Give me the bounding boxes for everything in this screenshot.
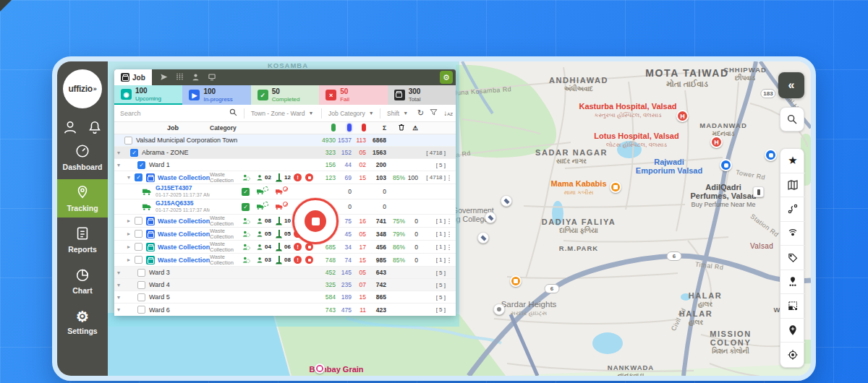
sidebar: uffizio» Dashboard Tracking Reports Char… bbox=[57, 61, 108, 376]
device-icon[interactable] bbox=[208, 73, 216, 82]
send-icon[interactable] bbox=[160, 73, 168, 82]
job-category-dropdown[interactable]: Job Category▼ bbox=[326, 110, 376, 117]
map-search-button[interactable] bbox=[780, 107, 804, 132]
density-columns-icon[interactable] bbox=[176, 73, 184, 82]
my-location-icon[interactable] bbox=[780, 343, 805, 367]
search-input[interactable] bbox=[114, 110, 226, 117]
dashboard-icon bbox=[75, 143, 90, 160]
checkbox[interactable] bbox=[135, 217, 142, 225]
panel-settings-gear-button[interactable]: ⚙ bbox=[440, 71, 453, 84]
table-row-ward[interactable]: ▾ Ward 4 325235 07742 [ 5 ] bbox=[114, 279, 456, 291]
table-row-job[interactable]: ▸ Waste Collection Job 3 Waste Collectio… bbox=[114, 228, 456, 241]
row-menu[interactable]: ⋮ bbox=[446, 218, 453, 225]
row-menu[interactable]: ⋮ bbox=[446, 257, 453, 264]
tab-fail[interactable]: × 50Fail bbox=[319, 85, 387, 105]
alert-badge-icon: ! bbox=[294, 173, 305, 181]
table-row-ward[interactable]: ▾ Ward 5 584189 15865 [ 5 ] bbox=[114, 291, 456, 304]
cart-marker-icon[interactable] bbox=[765, 149, 777, 161]
stop-loading-button[interactable] bbox=[292, 198, 339, 244]
checkbox[interactable] bbox=[135, 256, 142, 264]
sidebar-item-reports[interactable]: Reports bbox=[57, 220, 108, 259]
vehicle-plate[interactable]: GJ15ET4307 bbox=[156, 185, 192, 192]
map-label-madanwad: MADANWADમદનવાડ bbox=[699, 121, 747, 138]
sidebar-item-tracking[interactable]: Tracking bbox=[57, 179, 108, 218]
place-marker-icon[interactable] bbox=[493, 304, 505, 315]
table-row-job[interactable]: ▸ Waste Collection Job 4 Waste Collectio… bbox=[114, 241, 456, 254]
search-icon[interactable] bbox=[226, 108, 240, 118]
table-row-town[interactable]: Valsad Municipal Corporation Town 493015… bbox=[114, 134, 456, 147]
college-marker-icon[interactable] bbox=[485, 212, 496, 223]
map-label-mota-taiwad: MOTA TAIWADમોતા તાઈવાડ bbox=[645, 67, 728, 89]
user-icon[interactable] bbox=[62, 119, 78, 135]
table-row-ward[interactable]: ▾ ✓ Ward 1 15644 02200 [ 5 ] bbox=[114, 159, 456, 171]
market-marker-icon[interactable] bbox=[315, 363, 325, 374]
table-row-zone[interactable]: ▾ ✓ Abrama - ZONE 323152 051563 [ 4718 ] bbox=[114, 147, 456, 159]
notification-bell-icon[interactable] bbox=[87, 119, 103, 135]
shift-dropdown[interactable]: Shift▼ bbox=[384, 110, 414, 117]
favorites-star-icon[interactable]: ★ bbox=[780, 149, 805, 173]
truck-pending-icon bbox=[256, 188, 265, 195]
table-row-vehicle[interactable]: GJ15ET430701-17-2025 11:17:37 AM ✓ 0 0 bbox=[114, 184, 456, 199]
college-marker-icon[interactable] bbox=[501, 195, 512, 207]
driver-icon[interactable] bbox=[192, 73, 200, 82]
tab-completed[interactable]: ✓ 50Completed bbox=[251, 85, 319, 105]
checkbox[interactable] bbox=[137, 269, 145, 277]
sidebar-item-settings[interactable]: ⚙ Settings bbox=[57, 303, 108, 341]
checkbox[interactable] bbox=[124, 137, 132, 145]
table-row-job[interactable]: ▸ Waste Collection Job 5 Waste Collectio… bbox=[114, 254, 456, 267]
add-place-icon[interactable] bbox=[780, 319, 805, 343]
perfume-marker-icon[interactable] bbox=[753, 186, 764, 197]
checkbox[interactable] bbox=[137, 281, 145, 289]
collapse-panel-button[interactable]: « bbox=[778, 72, 804, 98]
tab-in-progress[interactable]: ▶ 100In-progress bbox=[182, 85, 250, 105]
total-briefcase-icon bbox=[394, 90, 405, 100]
shop-marker-icon[interactable] bbox=[720, 159, 732, 171]
tab-upcoming[interactable]: ◉ 100Upcoming bbox=[114, 85, 182, 105]
truck-blocked-icon bbox=[275, 188, 284, 195]
checkbox[interactable] bbox=[135, 230, 142, 238]
route-icon[interactable] bbox=[780, 197, 805, 222]
checkbox-checked[interactable]: ✓ bbox=[135, 173, 142, 181]
job-briefcase-icon bbox=[146, 230, 155, 238]
table-row-ward[interactable]: ▾ Ward 6 743475 11423 [ 5 ] bbox=[114, 304, 456, 316]
screen-corner bbox=[0, 0, 12, 12]
tag-icon[interactable] bbox=[780, 246, 805, 270]
wireless-signal-icon[interactable] bbox=[780, 222, 805, 246]
in-progress-pin-icon bbox=[336, 124, 352, 133]
table-row-job[interactable]: ▸ Waste Collection Job 2 Waste Collectio… bbox=[114, 215, 456, 228]
sort-icon[interactable]: ↓AZ bbox=[441, 109, 456, 117]
filter-funnel-icon[interactable] bbox=[427, 108, 441, 118]
map-type-icon[interactable] bbox=[780, 173, 805, 198]
college-marker-icon[interactable] bbox=[477, 232, 489, 244]
tab-total[interactable]: 300Total bbox=[388, 85, 456, 105]
row-menu[interactable]: ⋮ bbox=[446, 244, 453, 251]
cafe-marker-icon[interactable] bbox=[510, 275, 522, 287]
town-zone-ward-dropdown[interactable]: Town - Zone - Ward▼ bbox=[248, 110, 318, 117]
pie-chart-icon bbox=[75, 267, 90, 284]
checkbox[interactable] bbox=[137, 306, 145, 314]
checkbox-checked[interactable]: ✓ bbox=[137, 161, 145, 169]
checkbox-checked[interactable]: ✓ bbox=[130, 149, 138, 157]
row-menu[interactable]: ⋮ bbox=[446, 174, 453, 181]
row-menu[interactable]: ⋮ bbox=[446, 231, 453, 238]
area-select-icon[interactable] bbox=[780, 294, 805, 319]
tab-job[interactable]: Job bbox=[114, 69, 152, 85]
hospital-marker-icon[interactable]: H bbox=[676, 110, 689, 122]
checkbox[interactable] bbox=[135, 243, 142, 251]
table-row-ward[interactable]: ▾ Ward 3 452145 05643 [ 5 ] bbox=[114, 267, 456, 279]
group-location-icon[interactable] bbox=[780, 270, 805, 295]
map-label-halar-1: HALARહાલર bbox=[689, 291, 723, 309]
restaurant-marker-icon[interactable] bbox=[610, 181, 621, 193]
sidebar-item-dashboard[interactable]: Dashboard bbox=[57, 138, 108, 176]
sidebar-item-chart[interactable]: Chart bbox=[57, 262, 108, 300]
hospital-marker-icon[interactable]: H bbox=[710, 136, 723, 148]
refresh-icon[interactable]: ↻ bbox=[414, 108, 427, 118]
map-label-chhipwad: CHHIPWADછીપવાડ bbox=[723, 66, 767, 82]
job-briefcase-icon bbox=[146, 243, 155, 251]
page-background: KOSAMBA ANDHIAWADઅંધીઅવાદ MOTA TAIWADમોત… bbox=[0, 0, 868, 383]
checkbox[interactable] bbox=[137, 293, 145, 301]
table-row-vehicle[interactable]: GJ15AQ633501-17-2025 11:17:37 AM ✓ 0 0 bbox=[114, 199, 456, 215]
table-row-job[interactable]: ▾ ✓ Waste Collection Job 1 Waste Collect… bbox=[114, 171, 456, 184]
vehicle-plate[interactable]: GJ15AQ6335 bbox=[156, 200, 193, 207]
column-job: Job bbox=[136, 124, 210, 132]
